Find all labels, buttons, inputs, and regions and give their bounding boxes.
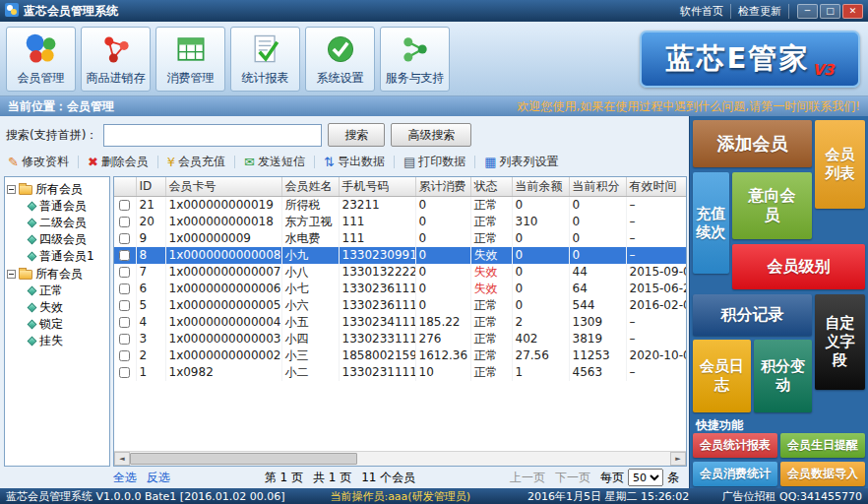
diamond-icon — [28, 286, 37, 296]
row-checkbox[interactable] — [119, 250, 130, 261]
column-header[interactable]: 状态 — [470, 177, 512, 196]
scroll-left-button[interactable] — [114, 452, 130, 466]
row-checkbox[interactable] — [119, 233, 130, 244]
cell-status: 正常 — [470, 331, 512, 347]
expander-icon[interactable] — [7, 270, 16, 279]
toolbar-button-inventory[interactable]: 商品进销存 — [81, 27, 151, 92]
row-checkbox[interactable] — [119, 317, 130, 328]
tile-member-level[interactable]: 会员级别 — [732, 244, 865, 289]
table-row[interactable]: 81x0000000000008小九133023099110失效00– — [114, 247, 686, 264]
tile-intent-member[interactable]: 意向会员 — [732, 172, 812, 239]
scrollbar-thumb[interactable] — [130, 453, 357, 465]
tree-item[interactable]: 普通会员 — [7, 198, 107, 215]
tile-recharge[interactable]: 充值续次 — [693, 172, 729, 274]
action-sms[interactable]: ✉发送短信 — [244, 154, 305, 170]
cell-card: 1x000000000019 — [165, 196, 281, 214]
row-checkbox[interactable] — [119, 300, 130, 311]
next-page-button[interactable]: 下一页 — [555, 470, 590, 486]
column-header[interactable]: 当前余额 — [512, 177, 569, 196]
column-header[interactable]: 手机号码 — [339, 177, 415, 196]
row-checkbox[interactable] — [119, 367, 130, 378]
tile-custom-field[interactable]: 自定义字段 — [815, 294, 865, 390]
tile-points-change[interactable]: 积分变动 — [754, 340, 812, 412]
action-column-settings[interactable]: ▦列表列设置 — [484, 154, 558, 170]
column-header[interactable]: 会员姓名 — [281, 177, 339, 196]
minimize-button[interactable]: ─ — [797, 4, 818, 19]
statusbar: 蓝芯会员管理系统 V1.0.0.0 Bate1 [2016.01.02 00.0… — [0, 488, 868, 504]
tile-member-log[interactable]: 会员日志 — [693, 340, 751, 412]
toolbar-button-members[interactable]: 会员管理 — [6, 27, 76, 92]
search-button[interactable]: 搜索 — [328, 123, 385, 147]
row-checkbox-cell — [114, 230, 136, 247]
quick-button-1[interactable]: 会员生日提醒 — [780, 433, 865, 458]
quick-button-3[interactable]: 会员数据导入 — [780, 462, 865, 486]
select-all-link[interactable]: 全选 — [113, 470, 137, 486]
quick-button-2[interactable]: 会员消费统计 — [693, 462, 777, 486]
tree-item[interactable]: 普通会员1 — [7, 248, 107, 265]
action-edit[interactable]: ✎修改资料 — [8, 154, 69, 170]
column-header[interactable]: 累计消费 — [415, 177, 470, 196]
row-checkbox[interactable] — [119, 334, 130, 345]
scrollbar-track[interactable] — [130, 452, 670, 466]
tile-points-record[interactable]: 积分记录 — [693, 294, 812, 336]
welcome-text: 欢迎您使用,如果在使用过程中遇到什么问题,请第一时间联系我们! — [518, 98, 860, 115]
toolbar-button-support[interactable]: 服务与支持 — [380, 27, 450, 92]
prev-page-button[interactable]: 上一页 — [510, 470, 545, 486]
quick-button-0[interactable]: 会员统计报表 — [693, 433, 777, 458]
column-header[interactable]: 有效时间 — [626, 177, 686, 196]
row-checkbox-cell — [114, 364, 136, 381]
cell-id: 2 — [136, 347, 165, 364]
per-page-label: 每页 — [600, 470, 624, 486]
maximize-button[interactable]: □ — [820, 4, 840, 19]
table-row[interactable]: 91x000000009水电费1110正常00– — [114, 230, 686, 247]
table-row[interactable]: 31x0000000000003小四13302331111276正常402381… — [114, 331, 686, 347]
row-checkbox[interactable] — [119, 217, 130, 227]
table-row[interactable]: 61x0000000000006小七133023611110失效0642015-… — [114, 281, 686, 297]
action-recharge[interactable]: ¥会员充值 — [167, 154, 225, 170]
tree-item[interactable]: 锁定 — [7, 316, 107, 333]
column-header[interactable]: 会员卡号 — [165, 177, 281, 196]
cell-phone: 111 — [339, 214, 415, 230]
table-row[interactable]: 41x0000000000004小五13302341111185.22正常213… — [114, 314, 686, 331]
tree-group[interactable]: 所有会员 — [7, 180, 107, 198]
table-row[interactable]: 201x000000000018东方卫视1110正常3100– — [114, 214, 686, 230]
table-row[interactable]: 11x0982小二1330231111110正常14563– — [114, 364, 686, 381]
table-row[interactable]: 51x0000000000005小六133023611110正常05442016… — [114, 297, 686, 314]
tree-item[interactable]: 挂失 — [7, 333, 107, 349]
toolbar-button-report[interactable]: 统计报表 — [230, 27, 300, 92]
tree-item[interactable]: 二级会员 — [7, 215, 107, 231]
per-page-select[interactable]: 50 — [628, 469, 663, 486]
tile-member-list[interactable]: 会员列表 — [815, 120, 865, 209]
close-button[interactable]: ✕ — [842, 4, 863, 19]
invert-select-link[interactable]: 反选 — [147, 470, 170, 486]
action-print[interactable]: ▤打印数据 — [403, 154, 465, 170]
search-input[interactable] — [103, 124, 322, 147]
action-export[interactable]: ⇅导出数据 — [324, 154, 385, 170]
column-header[interactable]: ID — [136, 177, 165, 196]
scroll-right-button[interactable] — [670, 452, 686, 466]
table-row[interactable]: 21x0000000000002小三185800215901612.36正常27… — [114, 347, 686, 364]
row-checkbox[interactable] — [119, 267, 130, 278]
toolbar-button-settings[interactable]: 系统设置 — [305, 27, 375, 92]
expander-icon[interactable] — [7, 185, 16, 194]
tile-add-member[interactable]: 添加会员 — [693, 120, 812, 167]
titlebar-menu-item[interactable]: 检查更新 — [731, 4, 789, 19]
column-header[interactable]: 当前积分 — [569, 177, 626, 196]
horizontal-scrollbar[interactable] — [114, 451, 686, 466]
table-row[interactable]: 211x000000000019所得税232110正常00– — [114, 196, 686, 214]
tree-item[interactable]: 四级会员 — [7, 231, 107, 248]
table-row[interactable]: 71x0000000000007小八133013222220失效0442015-… — [114, 264, 686, 281]
tree-item[interactable]: 失效 — [7, 299, 107, 316]
titlebar-menu-item[interactable]: 软件首页 — [673, 4, 731, 19]
window-title: 蓝芯会员管理系统 — [24, 3, 118, 20]
action-separator — [234, 156, 235, 168]
toolbar-button-consume[interactable]: 消费管理 — [155, 27, 225, 92]
row-checkbox[interactable] — [119, 350, 130, 361]
tree-group[interactable]: 所有会员 — [7, 265, 107, 283]
advanced-search-button[interactable]: 高级搜索 — [391, 123, 471, 147]
tree-item[interactable]: 正常 — [7, 283, 107, 299]
action-delete[interactable]: ✖删除会员 — [88, 154, 149, 170]
row-checkbox[interactable] — [119, 284, 130, 294]
row-checkbox[interactable] — [119, 200, 130, 211]
cell-balance: 0 — [512, 281, 569, 297]
